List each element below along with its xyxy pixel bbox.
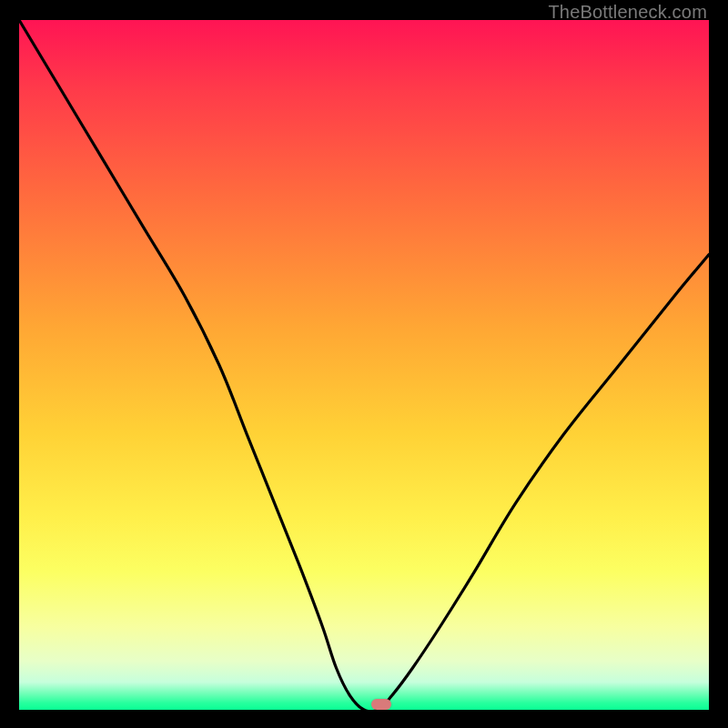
plot-area [19,20,709,710]
bottleneck-curve [19,20,709,710]
chart-frame: TheBottleneck.com [0,0,728,728]
optimum-marker [371,699,391,710]
